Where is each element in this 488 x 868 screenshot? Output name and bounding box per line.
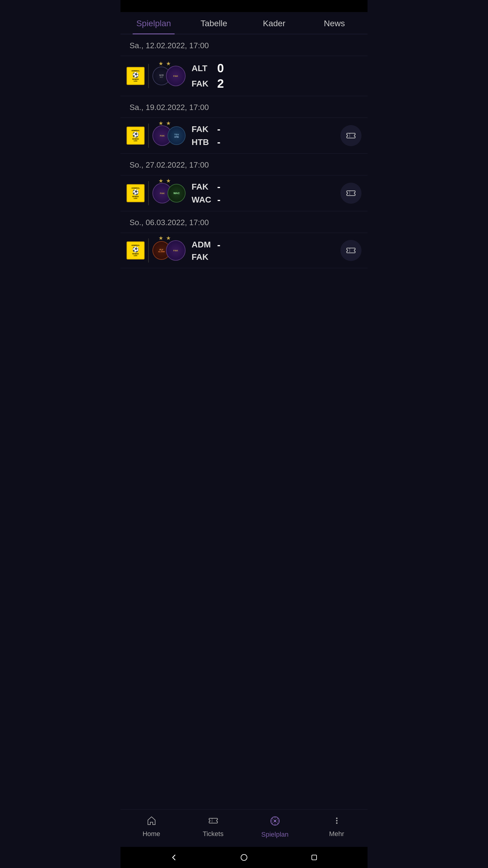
ticket-button-3[interactable] bbox=[340, 183, 361, 204]
nav-spielplan[interactable]: Spielplan bbox=[244, 813, 306, 841]
home-score-1: 0 bbox=[217, 61, 226, 75]
team-logos-4: ★ ★ FLY ALARM FAK bbox=[153, 240, 186, 261]
home-icon bbox=[147, 815, 157, 828]
date-header-1: Sa., 12.02.2022, 17:00 bbox=[121, 34, 367, 56]
score-line-away-4: FAK bbox=[192, 252, 337, 262]
ticket-icon-2 bbox=[346, 130, 356, 141]
back-button[interactable] bbox=[168, 851, 180, 864]
android-nav-bar bbox=[121, 847, 367, 868]
nav-tickets[interactable]: Tickets bbox=[182, 813, 244, 841]
ticket-icon-4 bbox=[346, 245, 356, 256]
league-logo-4: ADMIRAL ⚽ BUNDES LIGA bbox=[127, 241, 144, 259]
match-list: Sa., 12.02.2022, 17:00 ADMIRAL ⚽ BUNDES … bbox=[121, 34, 367, 809]
divider-4 bbox=[148, 239, 149, 262]
table-row[interactable]: ADMIRAL ⚽ BUNDES LIGA ★ ★ FAK WAC FAK - … bbox=[121, 175, 367, 211]
away-team-logo-2: TSV HTB bbox=[167, 126, 186, 145]
svg-point-6 bbox=[336, 818, 337, 819]
more-icon bbox=[332, 815, 342, 828]
svg-point-7 bbox=[336, 820, 337, 822]
ball-icon bbox=[270, 815, 281, 829]
date-header-3: So., 27.02.2022, 17:00 bbox=[121, 154, 367, 175]
score-area-3: FAK - WAC - bbox=[192, 181, 337, 205]
tab-kader[interactable]: Kader bbox=[244, 12, 304, 34]
table-row[interactable]: ADMIRAL ⚽ BUNDES LIGA ★ ★ FAK TSV HTB FA… bbox=[121, 118, 367, 154]
score-line-home-4: ADM - bbox=[192, 239, 337, 250]
date-header-2: Sa., 19.02.2022, 17:00 bbox=[121, 96, 367, 118]
divider bbox=[148, 64, 149, 88]
nav-home-label: Home bbox=[142, 830, 160, 838]
league-logo: ADMIRAL ⚽ BUNDES LIGA bbox=[127, 67, 144, 85]
home-score-4: - bbox=[217, 239, 226, 250]
team-logos-2: ★ ★ FAK TSV HTB bbox=[153, 125, 186, 146]
away-score-1: 2 bbox=[217, 77, 226, 90]
tab-spielplan[interactable]: Spielplan bbox=[124, 12, 184, 34]
stars-2: ★ ★ bbox=[158, 120, 171, 127]
divider-3 bbox=[148, 181, 149, 205]
league-logo-3: ADMIRAL ⚽ BUNDES LIGA bbox=[127, 184, 144, 202]
away-abbr-1: FAK bbox=[192, 79, 211, 89]
date-header-4: So., 06.03.2022, 17:00 bbox=[121, 211, 367, 233]
table-row[interactable]: ADMIRAL ⚽ BUNDES LIGA ★ ★ FLY ALARM FAK … bbox=[121, 233, 367, 268]
svg-point-9 bbox=[241, 855, 247, 861]
nav-mehr-label: Mehr bbox=[329, 830, 344, 838]
ticket-button-4[interactable] bbox=[340, 240, 361, 261]
svg-point-8 bbox=[336, 823, 337, 824]
home-abbr-4: ADM bbox=[192, 240, 211, 250]
away-abbr-2: HTB bbox=[192, 137, 211, 147]
home-abbr-1: ALT bbox=[192, 64, 211, 73]
bottom-navigation: Home Tickets Spielplan Meh bbox=[121, 809, 367, 847]
away-team-logo-1: FAK bbox=[166, 66, 186, 86]
away-score-3: - bbox=[217, 194, 226, 205]
status-bar bbox=[121, 0, 367, 12]
ticket-button-2[interactable] bbox=[340, 125, 361, 146]
score-line-away-2: HTB - bbox=[192, 136, 337, 148]
svg-point-5 bbox=[274, 820, 276, 822]
away-abbr-3: WAC bbox=[192, 195, 211, 205]
home-abbr-2: FAK bbox=[192, 124, 211, 134]
team-logos-1: ★ ★ SCR ALT FAK bbox=[153, 66, 186, 86]
away-abbr-4: FAK bbox=[192, 252, 211, 262]
away-score-2: - bbox=[217, 136, 226, 148]
home-score-2: - bbox=[217, 124, 226, 135]
away-team-logo-3: WAC bbox=[167, 184, 186, 203]
nav-home[interactable]: Home bbox=[121, 813, 182, 841]
stars-3: ★ ★ bbox=[158, 178, 171, 184]
tab-news[interactable]: News bbox=[304, 12, 364, 34]
score-line-home-1: ALT 0 bbox=[192, 61, 361, 75]
table-row[interactable]: ADMIRAL ⚽ BUNDES LIGA ★ ★ SCR ALT FAK AL… bbox=[121, 56, 367, 96]
team-logos-3: ★ ★ FAK WAC bbox=[153, 183, 186, 204]
league-logo-2: ADMIRAL ⚽ BUNDES LIGA bbox=[127, 127, 144, 145]
svg-rect-10 bbox=[312, 855, 317, 860]
score-area-4: ADM - FAK bbox=[192, 239, 337, 262]
score-area-1: ALT 0 FAK 2 bbox=[192, 61, 361, 90]
nav-spielplan-label: Spielplan bbox=[261, 831, 289, 838]
home-abbr-3: FAK bbox=[192, 182, 211, 192]
ticket-icon-3 bbox=[346, 188, 356, 198]
score-line-away-3: WAC - bbox=[192, 194, 337, 205]
home-score-3: - bbox=[217, 181, 226, 192]
home-button[interactable] bbox=[238, 851, 250, 864]
recents-button[interactable] bbox=[308, 851, 320, 864]
away-team-logo-4: FAK bbox=[166, 240, 186, 261]
score-line-home-3: FAK - bbox=[192, 181, 337, 192]
divider-2 bbox=[148, 124, 149, 148]
tab-navigation: Spielplan Tabelle Kader News bbox=[121, 12, 367, 34]
nav-mehr[interactable]: Mehr bbox=[306, 813, 367, 841]
score-area-2: FAK - HTB - bbox=[192, 124, 337, 148]
score-line-away-1: FAK 2 bbox=[192, 77, 361, 90]
nav-tickets-label: Tickets bbox=[203, 830, 224, 838]
score-line-home-2: FAK - bbox=[192, 124, 337, 135]
stars-1: ★ ★ bbox=[158, 60, 171, 67]
stars-4: ★ ★ bbox=[158, 235, 171, 241]
tab-tabelle[interactable]: Tabelle bbox=[184, 12, 244, 34]
ticket-nav-icon bbox=[208, 815, 218, 828]
